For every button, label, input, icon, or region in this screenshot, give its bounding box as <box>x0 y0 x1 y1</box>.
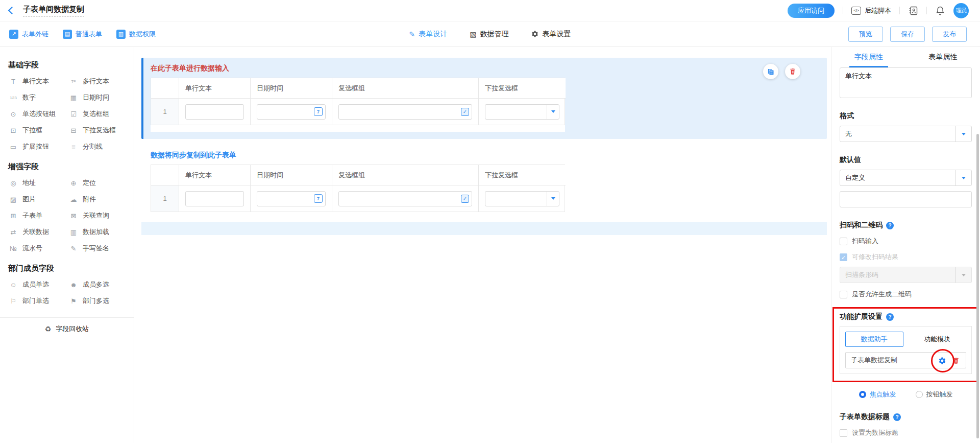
extension-section-label: 功能扩展设置 ? <box>840 312 972 321</box>
subform-widget-target[interactable]: 数据将同步复制到此子表单 单行文本日期时间复选框组下拉复选框17✓ <box>141 145 827 223</box>
extension-rule-item[interactable]: 子表单数据复制 <box>845 352 966 368</box>
tab-data-assistant[interactable]: 数据助手 <box>845 332 903 347</box>
checkbox-group-picker-icon[interactable]: ✓ <box>461 108 469 116</box>
radio-selected-icon[interactable] <box>859 391 866 398</box>
default-custom-input[interactable] <box>840 191 972 207</box>
sidebar-field-item[interactable]: ▦日期时间 <box>68 89 134 106</box>
format-select[interactable]: 无 <box>840 126 972 142</box>
trash-icon[interactable] <box>952 357 960 364</box>
sidebar-field-item[interactable]: №流水号 <box>8 240 68 257</box>
cell-checkbox-input[interactable]: ✓ <box>338 191 472 206</box>
field-title-input[interactable]: 单行文本 <box>840 67 972 98</box>
set-data-title-checkbox-row[interactable]: 设置为数据标题 <box>840 428 972 437</box>
sidebar-field-item[interactable]: ☁附件 <box>68 191 134 207</box>
calendar-icon[interactable]: 7 <box>314 107 323 116</box>
backend-script-button[interactable]: </> 后端脚本 <box>851 6 891 15</box>
sidebar-field-item[interactable]: ✎手写签名 <box>68 240 134 257</box>
checkbox-group-picker-icon[interactable]: ✓ <box>461 195 469 203</box>
sidebar-field-item[interactable]: ☺成员单选 <box>8 276 68 293</box>
panel-scrollbar[interactable] <box>976 134 979 438</box>
sidebar-field-item[interactable]: T单行文本 <box>8 73 68 89</box>
toolbar-tab-表单外链[interactable]: ↗表单外链 <box>9 30 48 39</box>
sidebar-field-item[interactable]: ▨图片 <box>8 191 68 207</box>
sidebar-field-item[interactable]: ◎地址 <box>8 175 68 191</box>
sidebar-field-item[interactable]: ⊞子表单 <box>8 207 68 224</box>
center-tab-数据管理[interactable]: ▧数据管理 <box>470 30 508 39</box>
sidebar-field-item[interactable]: T≡多行文本 <box>68 73 134 89</box>
sidebar-field-item[interactable]: ⊠关联查询 <box>68 207 134 224</box>
center-tab-表单设计[interactable]: ✎表单设计 <box>409 30 448 39</box>
dropdown-arrow-button[interactable] <box>547 105 559 119</box>
tab-function-module[interactable]: 功能模块 <box>909 332 967 347</box>
save-button[interactable]: 保存 <box>890 27 925 42</box>
toolbar-tab-普通表单[interactable]: ▤普通表单 <box>63 30 102 39</box>
sidebar-field-item[interactable]: ▥数据加载 <box>68 224 134 240</box>
cell-date-input[interactable]: 7 <box>257 104 326 120</box>
sidebar-field-item[interactable]: 123数字 <box>8 89 68 106</box>
sidebar-field-label: 日期时间 <box>83 93 109 102</box>
cell-checkbox-input[interactable]: ✓ <box>338 104 472 120</box>
center-tab-表单设置[interactable]: 表单设置 <box>531 30 571 39</box>
radio-focus-trigger[interactable]: 焦点触发 <box>859 390 896 399</box>
delete-widget-button[interactable] <box>785 64 800 79</box>
back-chevron-icon[interactable] <box>8 7 16 15</box>
subform-widget-source[interactable]: 在此子表单进行数据输入 单行文本日期时间复选框组下拉复选框17✓ <box>141 58 827 139</box>
app-access-button[interactable]: 应用访问 <box>788 4 835 18</box>
cell-select-input[interactable] <box>485 104 559 120</box>
member-multi-icon: ☻ <box>68 281 79 289</box>
cell-text-input[interactable] <box>185 104 244 120</box>
sidebar-field-item[interactable]: ⊙单选按钮组 <box>8 106 68 122</box>
cell-date-input[interactable]: 7 <box>257 191 326 206</box>
sidebar-field-item[interactable]: ☻成员多选 <box>68 276 134 293</box>
dropdown-arrow-button[interactable] <box>547 192 559 206</box>
sidebar-field-item[interactable]: ▭扩展按钮 <box>8 138 68 155</box>
checkbox-unchecked-icon[interactable] <box>840 238 847 245</box>
gear-icon[interactable] <box>938 357 946 365</box>
checkbox-unchecked-icon[interactable] <box>840 291 847 298</box>
tab-field-properties[interactable]: 字段属性 <box>831 47 906 67</box>
sidebar-field-item[interactable]: ⇄关联数据 <box>8 224 68 240</box>
form-title[interactable]: 子表单间数据复制 <box>23 5 84 17</box>
publish-button[interactable]: 发布 <box>932 27 967 42</box>
dropdown-multi-icon: ⊟ <box>68 127 79 134</box>
default-value-select[interactable]: 自定义 <box>840 170 972 186</box>
number-icon: 123 <box>8 96 18 100</box>
sidebar-field-item[interactable]: ⊟下拉复选框 <box>68 122 134 138</box>
linked-data-icon: ⇄ <box>8 228 18 236</box>
sidebar-field-item[interactable]: ⊕定位 <box>68 175 134 191</box>
radio-unselected-icon[interactable] <box>916 391 923 398</box>
field-recycle-bin[interactable]: ♻ 字段回收站 <box>0 317 134 340</box>
sidebar-field-item[interactable]: ≡分割线 <box>68 138 134 155</box>
sidebar-field-item[interactable]: ⚑部门多选 <box>68 293 134 309</box>
toolbar-tab-数据权限[interactable]: ▥数据权限 <box>116 30 156 39</box>
help-question-icon[interactable]: ? <box>893 413 901 421</box>
tab-form-properties[interactable]: 表单属性 <box>906 47 980 67</box>
chevron-down-icon[interactable] <box>955 126 971 142</box>
dropdown-icon: ⊡ <box>8 127 18 134</box>
subform-data-title-label: 子表单数据标题 ? <box>840 412 972 422</box>
sidebar-field-item[interactable]: ☑复选框组 <box>68 106 134 122</box>
radio-button-trigger[interactable]: 按钮触发 <box>916 390 953 399</box>
calendar-icon[interactable]: 7 <box>314 194 323 203</box>
sidebar-field-item[interactable]: ⚐部门单选 <box>8 293 68 309</box>
user-avatar[interactable]: 理员 <box>953 3 969 18</box>
subform-column-header: 复选框组 <box>332 165 479 185</box>
qrcode-checkbox-row[interactable]: 是否允许生成二维码 <box>840 290 972 299</box>
help-question-icon[interactable]: ? <box>886 222 894 229</box>
cell-select-value <box>485 105 547 119</box>
help-question-icon[interactable]: ? <box>886 313 894 321</box>
sidebar-section-grid: ☺成员单选☻成员多选⚐部门单选⚑部门多选 <box>8 276 134 309</box>
chevron-down-icon[interactable] <box>955 170 971 185</box>
cell-select-input[interactable] <box>485 191 559 206</box>
subform-column-header: 下拉复选框 <box>479 78 566 98</box>
scan-input-checkbox-row[interactable]: 扫码输入 <box>840 237 972 246</box>
image-icon: ▨ <box>8 196 18 203</box>
copy-widget-button[interactable] <box>763 64 778 79</box>
cell-text-input[interactable] <box>185 191 244 206</box>
preview-button[interactable]: 预览 <box>848 27 883 42</box>
contacts-icon[interactable] <box>908 6 918 16</box>
notification-bell-icon[interactable] <box>935 6 945 16</box>
scan-editable-checkbox-row[interactable]: ✓ 可修改扫码结果 <box>840 252 972 262</box>
sidebar-field-item[interactable]: ⊡下拉框 <box>8 122 68 138</box>
checkbox-unchecked-icon[interactable] <box>840 429 847 437</box>
